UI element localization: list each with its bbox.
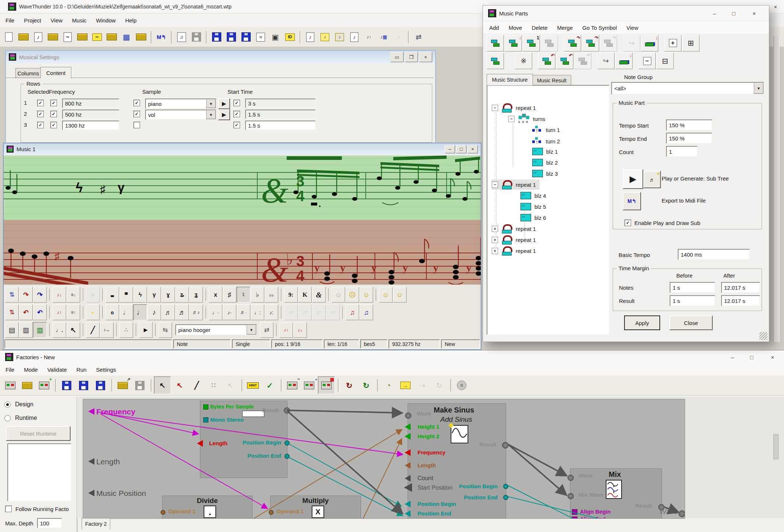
runtime-listbox[interactable] [7,443,71,501]
music1-titlebar[interactable]: Music 1 – □ × [4,143,481,155]
start-time-field[interactable]: 1.5 s [245,121,316,130]
menu-view[interactable]: View [622,22,643,33]
design-radio-row[interactable]: Design [4,401,33,408]
dropdown-arrow-icon[interactable]: ▼ [206,99,216,108]
refresh-icon[interactable]: ⇄ [411,29,426,45]
beam-blue-icon[interactable]: ♫ [359,304,373,320]
m1-pat1-icon[interactable]: ▥ [19,322,33,338]
note-16-icon[interactable]: ♬ [161,304,175,320]
m1-pat2-icon[interactable]: ▥ [33,322,47,338]
note-d2-icon[interactable]: ♪· [223,304,236,320]
save-all-icon[interactable] [239,29,253,45]
mp-add-icon[interactable] [487,35,504,51]
score-insert-icon[interactable]: ♫ [174,29,189,45]
tree-item[interactable]: blz 5 [520,201,546,212]
face-sad-icon[interactable]: ☹ [346,287,359,303]
menu-add[interactable]: Add [484,22,504,33]
tree-item[interactable]: blz 6 [520,213,546,223]
dropdown-arrow-icon[interactable]: ▼ [206,110,216,119]
m1-shift-r-icon[interactable]: ⇄ [260,322,273,338]
menu-window[interactable]: Window [91,15,120,26]
align-end-port[interactable] [572,517,577,519]
final-wave-port[interactable] [679,510,685,517]
mp-plus-icon[interactable]: + [664,35,681,51]
save-as-icon[interactable] [224,29,239,45]
frequency-field[interactable]: 500 hz [62,110,119,119]
mp-number-icon[interactable]: 1 [523,35,540,51]
music-parts-titlebar[interactable]: Music Parts – □ × [483,6,769,21]
fa-step-dis-icon[interactable]: ⇢ [414,377,430,394]
position-begin-port[interactable] [284,440,290,446]
m1-loop-a-icon[interactable]: ↷ [19,287,33,303]
start-position-port[interactable] [404,483,412,492]
length-port[interactable] [197,440,203,447]
fa-select-icon[interactable]: ↖ [154,376,171,394]
fa-loop-red-icon[interactable]: ↻ [341,377,357,394]
length-port[interactable] [405,462,411,469]
note-64-icon[interactable]: ♬♪ [189,304,203,320]
note-d4-icon[interactable]: ♩: [251,304,264,320]
m1-note-up-icon[interactable]: ♪↑ [53,304,66,320]
fa-wand-icon[interactable]: ╱ [189,377,205,394]
start-time-checkbox[interactable]: ✓ [233,122,240,128]
minimize-button[interactable]: – [705,6,724,21]
wave-id-icon[interactable]: ID [283,29,297,45]
max-depth-field[interactable]: 100 [37,518,62,528]
fa-validate-icon[interactable]: ✓ [262,377,278,394]
tree-item[interactable]: turn 2 [532,136,560,146]
fa-copy-icon[interactable]: + [36,377,52,394]
note-quarter-icon[interactable]: ♩ [133,304,147,320]
note-whole-icon[interactable]: o [105,304,119,320]
result-after-field[interactable]: 12.017 s [721,295,760,306]
open-2-icon[interactable] [46,29,60,45]
menu-file[interactable]: File [1,15,19,26]
design-radio[interactable] [4,401,11,408]
fa-run-save-icon[interactable]: ▪ [301,377,317,394]
mp-merge-up-icon[interactable]: ↶ [538,53,555,69]
m1-staff-up-icon[interactable]: ≡↑ [67,304,80,320]
m1-note-down-icon[interactable]: ♪↓ [53,287,66,303]
maximize-button[interactable]: ❐ [405,52,418,62]
runtime-radio-row[interactable]: Runtime [4,415,37,421]
fa-loop-green-icon[interactable]: ↻ [358,377,374,394]
rest-64-icon[interactable]: ʓ [189,287,203,303]
sample-checkbox[interactable]: ✓ [133,111,140,117]
row-select-checkbox[interactable]: ✓ [37,111,44,117]
tree-item[interactable]: blz 3 [532,168,558,179]
red-stave-area[interactable]: ♯ & ♭ 3 4 yyy yyy [4,220,481,285]
graph-canvas[interactable]: Frequency Length Music Position Bytes Pe… [83,399,685,519]
menu-move[interactable]: Move [504,22,527,33]
option-boxes-icon[interactable]: ▣ [268,29,283,45]
apply-button[interactable]: Apply [624,315,660,330]
notes-after-field[interactable]: 12.017 s [721,282,760,293]
menu-run[interactable]: Run [72,364,92,375]
reset-runtime-button[interactable]: Reset Runtime [6,426,71,441]
collapse-icon[interactable]: − [492,182,498,188]
mp-insert-2-icon[interactable]: ↓ [615,53,633,69]
factories-titlebar[interactable]: Factories - New – □ × [0,350,784,364]
length-input-port[interactable] [88,458,94,465]
tree-item[interactable]: blz 1 [532,146,558,157]
m1-down-red-icon[interactable]: ♪↓ [293,322,307,338]
note-8-icon[interactable]: ♪ [147,304,161,320]
acc-flat-icon[interactable]: ♭ [251,287,264,303]
close-button[interactable]: × [468,145,478,153]
fa-schedule-icon[interactable]: ◔ [380,377,397,394]
sample-play-button[interactable]: ▶ [218,109,230,120]
music-position-input-port[interactable] [88,490,94,496]
collapse-icon[interactable]: − [508,116,515,122]
instrument-dropdown[interactable]: piano hooger▼ [175,324,257,335]
acc-x-icon[interactable]: x [209,287,222,303]
close-button[interactable]: Close [669,315,713,330]
position-begin-out-port[interactable] [503,484,508,489]
follow-checkbox[interactable] [5,506,12,512]
face-happy-icon[interactable]: ☺ [359,287,373,303]
fa-open-icon[interactable] [19,377,35,394]
fa-new-icon[interactable] [2,377,18,394]
main-vertical-scrollbar[interactable] [773,36,780,342]
m1-play-icon[interactable]: ▶ [139,322,153,338]
runtime-radio[interactable] [4,415,11,421]
note-d1-icon[interactable]: ♩· [209,304,222,320]
tempo-start-field[interactable]: 150 % [666,119,712,131]
beam-red-icon[interactable]: ♫ [346,304,359,320]
